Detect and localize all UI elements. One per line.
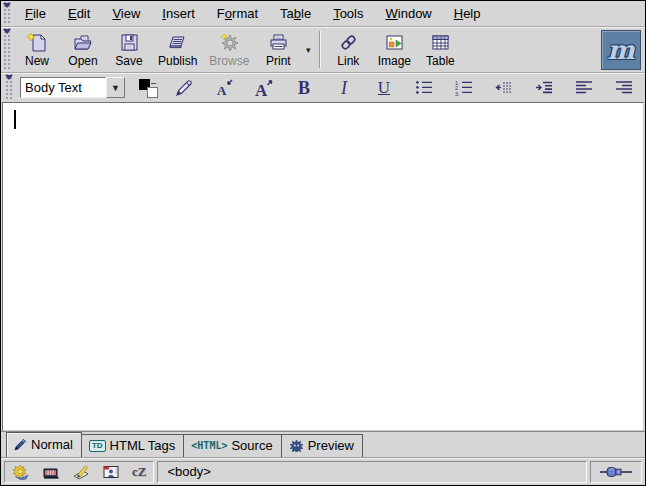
chatzilla-icon[interactable]: cZ [132,465,146,478]
align-right-icon [614,79,634,96]
browse-button[interactable]: Browse [203,29,255,70]
table-icon [429,31,452,54]
outdent-button[interactable] [492,76,516,100]
menubar: File Edit View Insert Format Table Tools… [1,1,645,27]
throbber-icon[interactable]: m [601,30,641,70]
link-icon [337,31,360,54]
main-toolbar-grippy[interactable] [2,28,12,71]
align-right-button[interactable] [612,76,636,100]
numbered-list-icon: 1. 2. 3. [454,79,474,96]
main-toolbar: New Open Save [1,27,645,73]
navigator-icon[interactable] [12,464,30,480]
svg-text:A: A [217,83,227,98]
element-path-body[interactable]: <body> [167,464,210,479]
tab-html-tags-label: HTML Tags [110,438,176,453]
italic-button[interactable]: I [332,76,356,100]
font-increase-icon: A [252,77,276,99]
element-path-panel: <body> [157,461,587,483]
statusbar: cZ <body> [1,457,645,485]
td-badge-icon: TD [89,440,106,452]
new-button[interactable]: New [14,29,60,70]
paragraph-format-value: Body Text [20,77,106,98]
open-label: Open [68,55,97,68]
print-icon [267,31,290,54]
save-button[interactable]: Save [106,29,152,70]
browse-icon [218,31,241,54]
publish-icon [166,31,189,54]
svg-text:3.: 3. [455,91,460,97]
save-icon [118,31,141,54]
image-label: Image [378,55,411,68]
pen-tab-icon [14,438,27,451]
menubar-grippy[interactable] [2,2,12,25]
print-button[interactable]: Print [255,29,301,70]
menu-edit[interactable]: Edit [57,2,101,25]
image-button[interactable]: Image [371,29,417,70]
numbered-list-button[interactable]: 1. 2. 3. [452,76,476,100]
edit-mode-tabbar: Normal TD HTML Tags <HTML> Source Previe… [1,431,645,457]
editor-canvas[interactable] [2,102,644,431]
text-color-icon[interactable] [138,77,160,99]
open-folder-icon [72,31,95,54]
tab-preview[interactable]: Preview [281,434,363,457]
browse-label: Browse [209,55,249,68]
foreground-tick [151,83,156,84]
tab-source-label: Source [231,438,272,453]
bold-icon: B [298,79,310,97]
font-decrease-button[interactable]: A [212,76,236,100]
tab-html-tags[interactable]: TD HTML Tags [81,434,184,457]
menu-table[interactable]: Table [269,2,322,25]
new-label: New [25,55,49,68]
menu-insert[interactable]: Insert [151,2,206,25]
menu-window[interactable]: Window [375,2,443,25]
menu-view[interactable]: View [101,2,151,25]
open-button[interactable]: Open [60,29,106,70]
format-toolbar-grippy[interactable] [4,74,14,101]
toolbar-separator [319,31,321,68]
bullet-list-button[interactable] [412,76,436,100]
menu-help[interactable]: Help [443,2,492,25]
tab-preview-label: Preview [308,438,354,453]
new-page-icon [26,31,49,54]
composer-icon[interactable] [72,464,90,480]
tab-normal[interactable]: Normal [6,432,82,457]
addressbook-icon[interactable] [102,464,120,480]
text-caret [14,110,16,129]
chevron-down-icon[interactable]: ▼ [106,77,125,98]
highlight-pen-button[interactable] [172,76,196,100]
font-decrease-icon: A [212,77,236,99]
print-dropdown-arrow[interactable]: ▾ [301,29,315,70]
indent-icon [534,79,554,96]
html-badge-icon: <HTML> [191,440,227,451]
mail-icon[interactable] [42,464,60,480]
table-label: Table [426,55,455,68]
background-color-swatch[interactable] [147,87,158,98]
link-label: Link [337,55,359,68]
preview-star-icon [289,439,304,452]
paragraph-format-select[interactable]: Body Text ▼ [20,77,125,98]
bold-button[interactable]: B [292,76,316,100]
underline-button[interactable]: U [372,76,396,100]
online-plug-icon[interactable] [599,465,633,479]
image-icon [383,31,406,54]
print-label: Print [266,55,291,68]
format-toolbar: Body Text ▼ A [1,73,645,102]
publish-button[interactable]: Publish [152,29,203,70]
publish-label: Publish [158,55,197,68]
bullet-list-icon [414,79,434,96]
table-button[interactable]: Table [417,29,463,70]
indent-button[interactable] [532,76,556,100]
menu-tools[interactable]: Tools [322,2,374,25]
align-left-button[interactable] [572,76,596,100]
svg-text:A: A [255,81,268,99]
link-button[interactable]: Link [325,29,371,70]
throbber-letter: m [607,37,635,63]
save-label: Save [115,55,142,68]
font-increase-button[interactable]: A [252,76,276,100]
component-bar: cZ [4,461,154,483]
online-status-panel [590,461,642,483]
menu-format[interactable]: Format [206,2,269,25]
underline-icon: U [378,79,390,96]
menu-file[interactable]: File [14,2,57,25]
tab-source[interactable]: <HTML> Source [183,434,281,457]
